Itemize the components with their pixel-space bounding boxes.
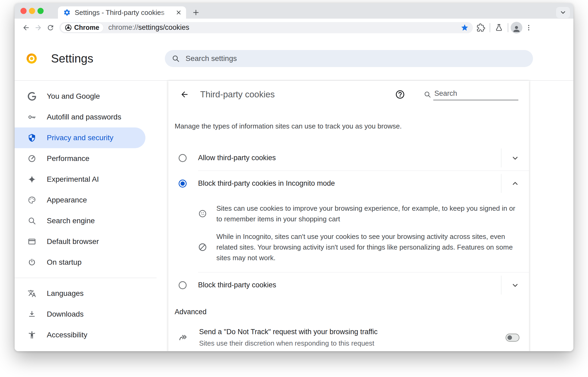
- browser-window-icon: [27, 237, 36, 246]
- page-search[interactable]: [424, 89, 518, 100]
- forward-button[interactable]: [32, 22, 44, 34]
- sidebar-item-label: Appearance: [47, 196, 87, 204]
- menu-kebab-icon[interactable]: [522, 21, 535, 34]
- download-icon: [27, 310, 36, 318]
- zoom-window-button[interactable]: [37, 8, 44, 14]
- detail-item: Sites can use cookies to improve your br…: [198, 203, 516, 224]
- sidebar-item-search-engine[interactable]: Search engine: [15, 210, 145, 231]
- url-path: settings/cookies: [138, 23, 189, 31]
- settings-sidebar: You and Google Autofill and passwords Pr…: [15, 81, 168, 351]
- sidebar-item-default-browser[interactable]: Default browser: [15, 231, 145, 252]
- active-tab[interactable]: Settings - Third-party cookies: [58, 6, 186, 19]
- expand-button[interactable]: [501, 272, 529, 298]
- radio-unselected[interactable]: [179, 154, 187, 162]
- intro-text: Manage the types of information sites ca…: [168, 122, 529, 131]
- sidebar-item-experimental-ai[interactable]: Experimental AI: [15, 169, 145, 190]
- google-g-icon: [27, 92, 36, 101]
- tab-search-button[interactable]: [556, 7, 570, 18]
- chrome-logo-icon: [65, 24, 72, 31]
- page-search-input[interactable]: [433, 89, 518, 100]
- minimize-window-button[interactable]: [29, 8, 35, 14]
- do-not-track-title: Send a "Do Not Track" request with your …: [199, 328, 506, 336]
- radio-unselected[interactable]: [179, 281, 187, 289]
- sidebar-item-label: Experimental AI: [47, 175, 99, 184]
- search-icon: [27, 217, 36, 225]
- sidebar-item-label: Autofill and passwords: [47, 113, 121, 121]
- speedometer-icon: [27, 154, 36, 163]
- sidebar-item-languages[interactable]: Languages: [15, 283, 145, 304]
- search-icon: [424, 91, 431, 100]
- do-not-track-arrow-icon: [179, 333, 188, 342]
- page-title: Third-party cookies: [200, 89, 395, 100]
- sidebar-item-appearance[interactable]: Appearance: [15, 190, 145, 210]
- option-block-third-party-cookies[interactable]: Block third-party cookies: [168, 272, 529, 298]
- content-card: Third-party cookies Manage the types of …: [168, 81, 529, 351]
- toggle-knob: [507, 335, 512, 340]
- toolbar-divider: [490, 23, 490, 32]
- new-tab-button[interactable]: [190, 6, 202, 19]
- expand-button[interactable]: [501, 145, 529, 171]
- sidebar-item-downloads[interactable]: Downloads: [15, 304, 145, 325]
- option-label: Block third-party cookies: [198, 281, 501, 289]
- back-arrow-icon[interactable]: [180, 90, 189, 99]
- option-details: Sites can use cookies to improve your br…: [168, 196, 529, 272]
- content-header: Third-party cookies: [168, 81, 529, 108]
- option-block-third-party-incognito[interactable]: Block third-party cookies in Incognito m…: [168, 171, 529, 196]
- tab-title: Settings - Third-party cookies: [75, 9, 171, 17]
- sparkle-icon: [27, 175, 36, 184]
- power-icon: [27, 258, 36, 267]
- sidebar-item-on-startup[interactable]: On startup: [15, 252, 145, 273]
- sidebar-item-you-and-google[interactable]: You and Google: [15, 86, 145, 107]
- toolbar-divider: [508, 23, 508, 32]
- back-button[interactable]: [20, 22, 32, 34]
- chevron-down-icon: [511, 154, 519, 162]
- settings-search-input[interactable]: [186, 54, 526, 63]
- search-icon: [172, 55, 180, 63]
- do-not-track-text: Send a "Do Not Track" request with your …: [199, 328, 506, 347]
- help-icon[interactable]: [395, 89, 405, 100]
- reload-button[interactable]: [44, 22, 57, 34]
- url-scheme: chrome://: [108, 23, 138, 31]
- sidebar-item-label: Privacy and security: [47, 134, 114, 142]
- palette-icon: [27, 196, 36, 204]
- sidebar-item-performance[interactable]: Performance: [15, 148, 145, 169]
- do-not-track-toggle[interactable]: [506, 334, 519, 342]
- settings-header: Settings: [15, 36, 573, 81]
- experiments-flask-icon[interactable]: [493, 21, 505, 34]
- collapse-button[interactable]: [501, 171, 529, 196]
- profile-avatar[interactable]: [511, 22, 522, 34]
- sidebar-item-label: Downloads: [47, 310, 84, 318]
- tab-strip: Settings - Third-party cookies: [15, 3, 573, 19]
- chevron-down-icon: [511, 281, 519, 289]
- browser-window: Settings - Third-party cookies: [15, 3, 573, 351]
- sidebar-item-autofill[interactable]: Autofill and passwords: [15, 107, 145, 127]
- sidebar-divider: [15, 278, 157, 278]
- settings-search-box[interactable]: [165, 50, 533, 67]
- sidebar-item-label: Performance: [47, 154, 89, 163]
- extensions-icon[interactable]: [474, 21, 487, 34]
- chrome-canary-logo-icon: [27, 53, 37, 64]
- do-not-track-subtitle: Sites use their discretion when respondi…: [199, 339, 506, 347]
- bookmark-star-icon[interactable]: [461, 24, 469, 32]
- detail-text: While in Incognito, sites can't use your…: [216, 231, 516, 263]
- sidebar-item-accessibility[interactable]: Accessibility: [15, 325, 145, 345]
- accessibility-icon: [27, 331, 36, 339]
- app-title: Settings: [51, 52, 93, 65]
- sidebar-item-privacy-and-security[interactable]: Privacy and security: [15, 127, 145, 148]
- sidebar-item-label: Default browser: [47, 237, 99, 246]
- do-not-track-row: Send a "Do Not Track" request with your …: [168, 316, 529, 351]
- browser-toolbar: Chrome chrome://settings/cookies: [15, 19, 573, 36]
- blocked-icon: [198, 243, 207, 252]
- address-bar[interactable]: Chrome chrome://settings/cookies: [59, 22, 473, 33]
- sidebar-item-label: Search engine: [47, 217, 95, 225]
- detail-text: Sites can use cookies to improve your br…: [216, 203, 516, 224]
- close-window-button[interactable]: [20, 8, 27, 14]
- radio-selected[interactable]: [179, 180, 187, 188]
- option-allow-third-party-cookies[interactable]: Allow third-party cookies: [168, 145, 529, 171]
- chevron-up-icon: [511, 180, 519, 188]
- sidebar-item-label: On startup: [47, 258, 82, 267]
- site-info-chip[interactable]: Chrome: [61, 23, 103, 32]
- detail-item: While in Incognito, sites can't use your…: [198, 231, 516, 263]
- shield-icon: [27, 134, 36, 142]
- close-tab-icon[interactable]: [175, 9, 182, 16]
